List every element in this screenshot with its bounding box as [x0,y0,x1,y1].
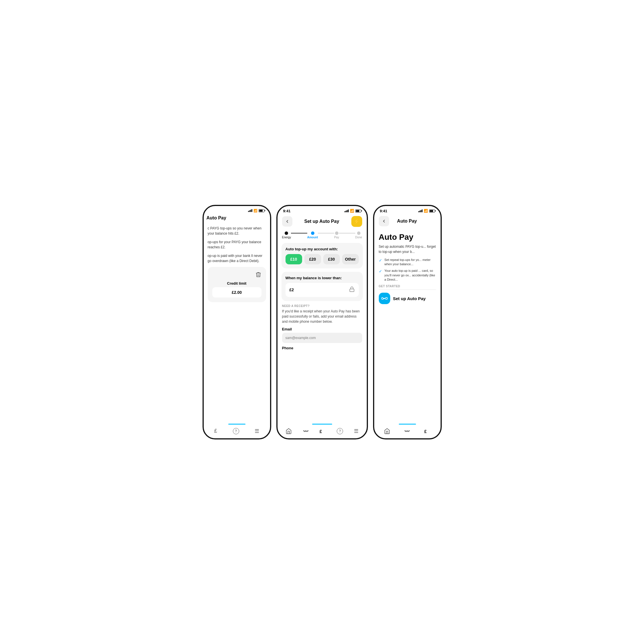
battery-icon-center [355,209,361,213]
nav-center: Set up Auto Pay ⚡ [278,214,367,229]
svg-rect-0 [350,289,354,292]
step-dot-amount [311,231,314,235]
status-bar-center: 9:41 📶 [278,206,367,214]
step-amount: Amount [307,231,318,239]
nav-item-home-center[interactable] [286,428,292,434]
topup-card: Auto top-up my account with: £10 £20 £30… [282,243,363,268]
page-title-left: Auto Pay [207,215,226,221]
delete-icon[interactable] [255,272,261,279]
check-icon-2: ✓ [379,269,382,274]
home-icon-center [286,428,292,434]
check-item-2: ✓ Your auto top-up is paid ... card, so … [379,269,436,282]
nav-item-menu-left[interactable]: ☰ [255,428,259,434]
bottom-indicator-left [228,424,245,425]
nav-item-activity-center[interactable] [303,428,309,434]
amount-grid: £10 £20 £30 Other [286,254,359,264]
step-label-energy: Energy [282,236,291,239]
lock-icon [349,286,355,294]
credit-limit-label: Credit limit [212,281,261,286]
step-dot-pay [335,231,338,235]
help-icon-center: ? [337,428,343,434]
step-dot-done [357,231,360,235]
nav-item-help-center[interactable]: ? [337,428,343,434]
credit-limit-value: £2.00 [212,287,261,298]
left-desc1: c PAYG top-ups so you never when your ba… [208,226,266,236]
step-label-amount: Amount [307,236,318,239]
status-bar-left: 📶 [204,206,270,214]
check-text-1: Set repeat top-ups for yo... meter when … [385,258,436,267]
left-desc3: op-up is paid with your bank ll never go… [208,253,266,263]
setup-autopay-btn[interactable]: Set up Auto Pay [379,293,436,304]
bottom-section-right: £ [374,424,441,438]
amount-10[interactable]: £10 [286,254,302,264]
left-desc2: op-ups for your PAYG your balance reache… [208,239,266,250]
step-line-3 [339,233,355,233]
battery-icon-left [259,209,264,212]
svg-text:£: £ [320,429,322,433]
balance-card: When my balance is lower than: £2 [282,272,363,301]
nav-item-currency-right[interactable]: £ [424,428,431,434]
left-content: c PAYG top-ups so you never when your ba… [204,223,270,424]
check-icon-1: ✓ [379,258,382,263]
nav-item-currency-center[interactable]: £ [320,428,326,434]
content-right: Auto Pay Set up automatic PAYG top-u... … [374,229,441,424]
nav-item-home-right[interactable] [384,428,390,434]
step-done: Done [355,231,362,239]
check-text-2: Your auto top-up is paid ... card, so yo… [385,269,436,282]
amount-20[interactable]: £20 [304,254,321,264]
bottom-indicator-center [312,424,332,425]
nav-item-menu-center[interactable]: ☰ [354,428,358,434]
balance-row: £2 [286,283,359,297]
status-bar-right: 9:41 📶 [374,206,441,214]
nav-item-currency-left[interactable]: £ [214,428,217,434]
signal-icon-center [344,209,349,212]
bottom-section-center: £ ? ☰ [278,424,367,438]
svg-point-7 [408,431,409,432]
currency-icon-center: £ [320,428,326,434]
phone-right: 9:41 📶 Auto Pay Auto Pay [373,205,442,439]
nav-title-right: Auto Pay [397,219,417,224]
step-energy: Energy [282,231,291,239]
setup-btn-label: Set up Auto Pay [393,296,426,301]
bottom-indicator-right [399,424,416,425]
phone-center: 9:41 📶 Set up Auto Pay ⚡ [276,205,368,439]
svg-point-6 [407,431,408,432]
bottom-section-left: £ ? ☰ [204,424,270,438]
activity-icon-right [404,428,410,434]
stepper-center: Energy Amount Pay Done [278,229,367,240]
right-desc: Set up automatic PAYG top-u... forget to… [379,244,436,254]
phone-left: 📶 Auto Pay c PAYG top-ups so you never w… [203,205,271,439]
get-started-label: GET STARTED [379,285,436,288]
nav-title-center: Set up Auto Pay [304,219,339,224]
activity-icon-center [303,428,309,434]
receipt-section: NEED A RECEIPT? If you'd like a receipt … [282,304,363,354]
wifi-icon-center: 📶 [350,209,354,213]
menu-icon-center: ☰ [354,428,358,434]
nav-item-activity-right[interactable] [404,428,410,434]
credit-limit-card: Credit limit £2.00 [208,267,266,302]
step-line-1 [291,233,307,233]
battery-icon-right [429,209,435,213]
bottom-nav-left: £ ? ☰ [204,426,270,438]
amount-other[interactable]: Other [342,254,359,264]
check-item-1: ✓ Set repeat top-ups for yo... meter whe… [379,258,436,267]
status-time-center: 9:41 [283,209,291,213]
action-button-center[interactable]: ⚡ [351,216,362,227]
signal-icon-right [418,209,423,212]
svg-point-5 [405,431,406,432]
home-icon-right [384,428,390,434]
amount-30[interactable]: £30 [323,254,340,264]
receipt-label: NEED A RECEIPT? [282,304,362,308]
content-center: Auto top-up my account with: £10 £20 £30… [278,240,367,424]
back-button-center[interactable] [282,216,292,227]
topup-card-title: Auto top-up my account with: [286,247,359,251]
step-label-pay: Pay [334,236,339,239]
currency-icon-left: £ [214,428,217,434]
infinity-icon [379,293,390,304]
nav-item-help-left[interactable]: ? [233,428,239,434]
signal-icon-left [248,209,252,212]
back-button-right[interactable] [379,216,389,226]
step-pay: Pay [334,231,339,239]
email-input[interactable] [282,333,362,343]
svg-text:£: £ [424,429,426,433]
